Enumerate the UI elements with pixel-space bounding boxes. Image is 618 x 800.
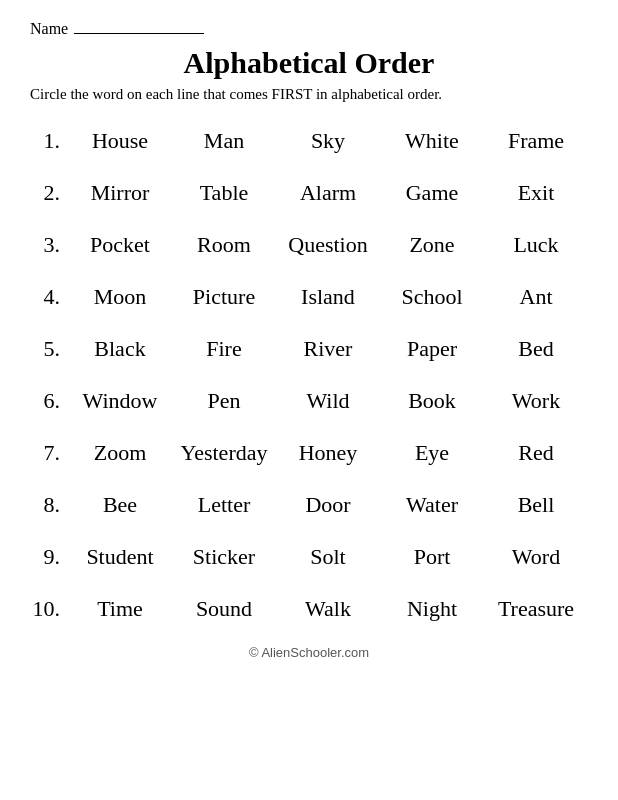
word-item[interactable]: Game <box>380 178 484 208</box>
word-row: 3.PocketRoomQuestionZoneLuck <box>30 221 588 269</box>
words-container: BlackFireRiverPaperBed <box>68 334 588 364</box>
instructions: Circle the word on each line that comes … <box>30 86 588 103</box>
row-number: 1. <box>30 128 68 154</box>
row-number: 4. <box>30 284 68 310</box>
word-item[interactable]: Black <box>68 334 172 364</box>
word-item[interactable]: House <box>68 126 172 156</box>
word-item[interactable]: Word <box>484 542 588 572</box>
word-item[interactable]: Port <box>380 542 484 572</box>
word-item[interactable]: White <box>380 126 484 156</box>
word-item[interactable]: Ant <box>484 282 588 312</box>
word-item[interactable]: Exit <box>484 178 588 208</box>
word-item[interactable]: Letter <box>172 490 276 520</box>
word-item[interactable]: Book <box>380 386 484 416</box>
word-row: 9.StudentStickerSoltPortWord <box>30 533 588 581</box>
word-item[interactable]: Yesterday <box>172 438 276 468</box>
words-container: TimeSoundWalkNightTreasure <box>68 594 588 624</box>
word-item[interactable]: Question <box>276 230 380 260</box>
row-number: 10. <box>30 596 68 622</box>
words-container: WindowPenWildBookWork <box>68 386 588 416</box>
word-row: 6.WindowPenWildBookWork <box>30 377 588 425</box>
word-item[interactable]: Zone <box>380 230 484 260</box>
word-item[interactable]: Wild <box>276 386 380 416</box>
word-item[interactable]: Night <box>380 594 484 624</box>
words-container: StudentStickerSoltPortWord <box>68 542 588 572</box>
word-item[interactable]: Pen <box>172 386 276 416</box>
word-item[interactable]: River <box>276 334 380 364</box>
word-item[interactable]: Student <box>68 542 172 572</box>
word-item[interactable]: Walk <box>276 594 380 624</box>
name-label: Name <box>30 20 68 38</box>
row-number: 7. <box>30 440 68 466</box>
word-item[interactable]: Honey <box>276 438 380 468</box>
words-container: MirrorTableAlarmGameExit <box>68 178 588 208</box>
words-container: PocketRoomQuestionZoneLuck <box>68 230 588 260</box>
word-row: 2.MirrorTableAlarmGameExit <box>30 169 588 217</box>
page-title: Alphabetical Order <box>30 46 588 80</box>
word-item[interactable]: Alarm <box>276 178 380 208</box>
word-row: 8.BeeLetterDoorWaterBell <box>30 481 588 529</box>
words-container: BeeLetterDoorWaterBell <box>68 490 588 520</box>
word-item[interactable]: Mirror <box>68 178 172 208</box>
word-item[interactable]: Treasure <box>484 594 588 624</box>
word-rows-container: 1.HouseManSkyWhiteFrame2.MirrorTableAlar… <box>30 117 588 633</box>
word-row: 10.TimeSoundWalkNightTreasure <box>30 585 588 633</box>
word-item[interactable]: Solt <box>276 542 380 572</box>
row-number: 9. <box>30 544 68 570</box>
word-item[interactable]: Island <box>276 282 380 312</box>
words-container: HouseManSkyWhiteFrame <box>68 126 588 156</box>
word-item[interactable]: Time <box>68 594 172 624</box>
word-item[interactable]: Pocket <box>68 230 172 260</box>
word-item[interactable]: Paper <box>380 334 484 364</box>
words-container: MoonPictureIslandSchoolAnt <box>68 282 588 312</box>
words-container: ZoomYesterdayHoneyEyeRed <box>68 438 588 468</box>
row-number: 5. <box>30 336 68 362</box>
row-number: 2. <box>30 180 68 206</box>
word-item[interactable]: Window <box>68 386 172 416</box>
word-item[interactable]: Fire <box>172 334 276 364</box>
word-item[interactable]: Water <box>380 490 484 520</box>
row-number: 8. <box>30 492 68 518</box>
name-underline <box>74 33 204 34</box>
word-item[interactable]: Work <box>484 386 588 416</box>
word-item[interactable]: Frame <box>484 126 588 156</box>
name-row: Name <box>30 20 588 38</box>
word-item[interactable]: Red <box>484 438 588 468</box>
row-number: 3. <box>30 232 68 258</box>
word-row: 1.HouseManSkyWhiteFrame <box>30 117 588 165</box>
word-row: 7.ZoomYesterdayHoneyEyeRed <box>30 429 588 477</box>
word-item[interactable]: Bee <box>68 490 172 520</box>
row-number: 6. <box>30 388 68 414</box>
word-item[interactable]: Sky <box>276 126 380 156</box>
word-item[interactable]: Picture <box>172 282 276 312</box>
word-row: 5.BlackFireRiverPaperBed <box>30 325 588 373</box>
word-item[interactable]: Eye <box>380 438 484 468</box>
word-item[interactable]: Bed <box>484 334 588 364</box>
footer: © AlienSchooler.com <box>30 645 588 660</box>
word-item[interactable]: School <box>380 282 484 312</box>
word-item[interactable]: Door <box>276 490 380 520</box>
word-row: 4.MoonPictureIslandSchoolAnt <box>30 273 588 321</box>
word-item[interactable]: Bell <box>484 490 588 520</box>
word-item[interactable]: Luck <box>484 230 588 260</box>
word-item[interactable]: Sticker <box>172 542 276 572</box>
word-item[interactable]: Room <box>172 230 276 260</box>
word-item[interactable]: Sound <box>172 594 276 624</box>
word-item[interactable]: Zoom <box>68 438 172 468</box>
word-item[interactable]: Table <box>172 178 276 208</box>
word-item[interactable]: Man <box>172 126 276 156</box>
word-item[interactable]: Moon <box>68 282 172 312</box>
